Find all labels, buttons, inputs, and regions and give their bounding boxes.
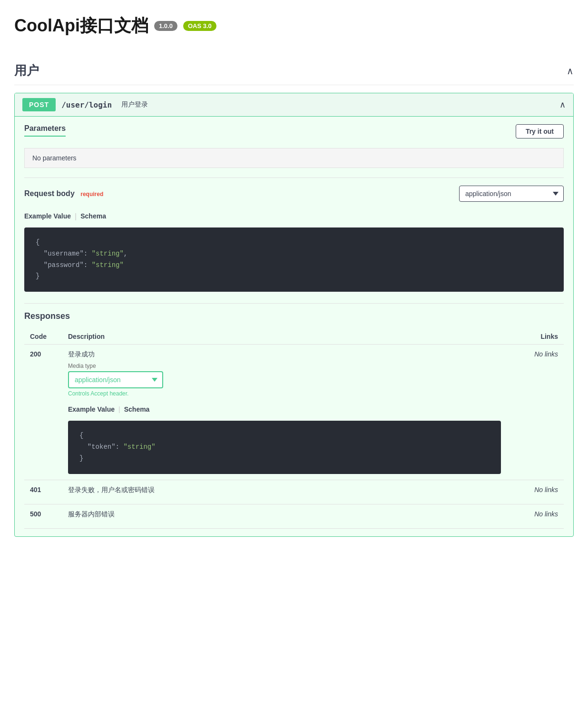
media-type-select-request[interactable]: application/json — [459, 186, 564, 202]
method-badge: POST — [22, 98, 56, 111]
request-body-header: Request body required application/json — [24, 186, 564, 202]
api-block: POST /user/login 用户登录 ∧ Parameters Try i… — [14, 93, 574, 537]
api-collapse-icon[interactable]: ∧ — [559, 99, 566, 110]
example-value-tab[interactable]: Example Value — [24, 209, 71, 224]
example-tabs-200: Example Value | Schema — [68, 403, 501, 417]
response-code-block-200: { "token": "string" } — [68, 421, 501, 474]
response-desc-401: 登录失败，用户名或密码错误 — [68, 486, 501, 494]
parameters-label: Parameters — [24, 124, 66, 137]
media-type-select-200[interactable]: application/json — [68, 371, 163, 388]
controls-accept-label: Controls Accept header. — [68, 390, 501, 397]
api-description: 用户登录 — [121, 100, 148, 109]
request-body-label: Request body — [24, 189, 75, 198]
request-body-label-group: Request body required — [24, 189, 103, 198]
schema-tab-200[interactable]: Schema — [124, 403, 150, 417]
response-desc-500-cell: 服务器内部错误 — [62, 504, 507, 528]
api-content: Parameters Try it out No parameters Requ… — [15, 117, 573, 536]
no-parameters-text: No parameters — [24, 148, 564, 168]
response-links-401: No links — [507, 480, 564, 504]
version-badge: 1.0.0 — [154, 21, 177, 31]
responses-section: Responses Code Description Links 200 登录成… — [24, 303, 564, 528]
parameters-section: Parameters Try it out No parameters — [24, 124, 564, 168]
responses-header-row: Code Description Links — [24, 329, 564, 345]
table-row: 500 服务器内部错误 No links — [24, 504, 564, 528]
example-value-tab-200[interactable]: Example Value — [68, 403, 115, 417]
oas-badge: OAS 3.0 — [183, 21, 216, 31]
tab-separator: | — [71, 209, 80, 224]
api-header-left: POST /user/login 用户登录 — [22, 98, 148, 111]
example-tabs: Example Value | Schema — [24, 209, 564, 224]
try-it-out-button[interactable]: Try it out — [516, 124, 564, 138]
page-title: CoolApi接口文档 — [14, 14, 148, 38]
response-desc-200: 登录成功 — [68, 350, 501, 359]
response-code-200: 200 — [24, 345, 62, 480]
responses-tbody: 200 登录成功 Media type application/json Con… — [24, 345, 564, 528]
params-header-row: Parameters Try it out — [24, 124, 564, 142]
response-links-500: No links — [507, 504, 564, 528]
responses-thead: Code Description Links — [24, 329, 564, 345]
response-code-500: 500 — [24, 504, 62, 528]
table-row: 200 登录成功 Media type application/json Con… — [24, 345, 564, 480]
responses-label: Responses — [24, 311, 564, 321]
section-collapse-icon[interactable]: ∧ — [567, 65, 574, 77]
section-header: 用户 ∧ — [14, 57, 574, 85]
api-header: POST /user/login 用户登录 ∧ — [15, 93, 573, 117]
required-badge: required — [80, 191, 103, 198]
section-title: 用户 — [14, 62, 39, 79]
schema-tab[interactable]: Schema — [80, 209, 106, 224]
response-desc-500: 服务器内部错误 — [68, 510, 501, 519]
tab-separator-200: | — [115, 403, 124, 417]
request-body-section: Request body required application/json E… — [24, 178, 564, 292]
table-row: 401 登录失败，用户名或密码错误 No links — [24, 480, 564, 504]
response-links-200: No links — [507, 345, 564, 480]
page-header: CoolApi接口文档 1.0.0 OAS 3.0 — [14, 14, 574, 38]
col-code: Code — [24, 329, 62, 345]
media-type-label-200: Media type — [68, 363, 501, 369]
responses-table: Code Description Links 200 登录成功 Media ty… — [24, 329, 564, 528]
response-desc-401-cell: 登录失败，用户名或密码错误 — [62, 480, 507, 504]
response-code-401: 401 — [24, 480, 62, 504]
api-path: /user/login — [61, 100, 112, 109]
col-description: Description — [62, 329, 507, 345]
response-desc-200-cell: 登录成功 Media type application/json Control… — [62, 345, 507, 480]
request-body-code-block: { "username": "string", "password": "str… — [24, 227, 564, 292]
col-links: Links — [507, 329, 564, 345]
